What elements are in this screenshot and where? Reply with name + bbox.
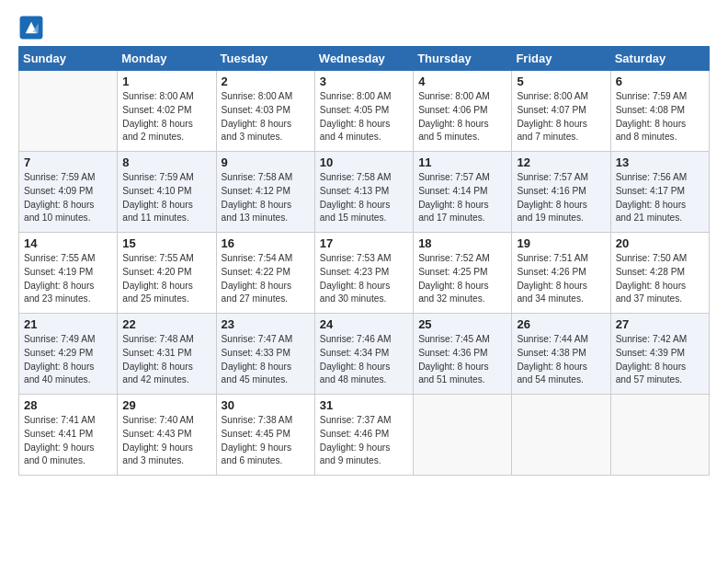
week-row-4: 21Sunrise: 7:49 AMSunset: 4:29 PMDayligh… bbox=[19, 314, 710, 395]
weekday-header-sunday: Sunday bbox=[19, 47, 118, 71]
day-number: 8 bbox=[122, 155, 210, 169]
day-number: 17 bbox=[320, 236, 408, 250]
weekday-header-monday: Monday bbox=[118, 47, 216, 71]
week-row-3: 14Sunrise: 7:55 AMSunset: 4:19 PMDayligh… bbox=[19, 233, 710, 314]
day-cell: 26Sunrise: 7:44 AMSunset: 4:38 PMDayligh… bbox=[512, 314, 610, 395]
day-number: 2 bbox=[222, 75, 310, 88]
day-number: 25 bbox=[418, 317, 506, 331]
day-number: 13 bbox=[616, 155, 704, 169]
day-cell bbox=[610, 395, 709, 476]
day-cell: 28Sunrise: 7:41 AMSunset: 4:41 PMDayligh… bbox=[19, 395, 118, 476]
day-number: 4 bbox=[418, 75, 506, 88]
day-info: Sunrise: 7:51 AMSunset: 4:26 PMDaylight:… bbox=[517, 252, 605, 306]
day-info: Sunrise: 7:38 AMSunset: 4:45 PMDaylight:… bbox=[222, 414, 310, 468]
day-number: 5 bbox=[517, 75, 605, 88]
calendar-table: SundayMondayTuesdayWednesdayThursdayFrid… bbox=[18, 46, 710, 476]
day-info: Sunrise: 7:59 AMSunset: 4:09 PMDaylight:… bbox=[24, 171, 112, 225]
day-number: 30 bbox=[222, 398, 310, 412]
weekday-header-thursday: Thursday bbox=[414, 47, 512, 71]
day-cell: 14Sunrise: 7:55 AMSunset: 4:19 PMDayligh… bbox=[19, 233, 118, 314]
day-number: 1 bbox=[122, 75, 210, 88]
day-info: Sunrise: 7:58 AMSunset: 4:12 PMDaylight:… bbox=[222, 171, 310, 225]
logo bbox=[18, 15, 46, 40]
day-cell: 18Sunrise: 7:52 AMSunset: 4:25 PMDayligh… bbox=[414, 233, 512, 314]
day-cell: 23Sunrise: 7:47 AMSunset: 4:33 PMDayligh… bbox=[216, 314, 314, 395]
day-cell: 22Sunrise: 7:48 AMSunset: 4:31 PMDayligh… bbox=[118, 314, 216, 395]
day-cell: 13Sunrise: 7:56 AMSunset: 4:17 PMDayligh… bbox=[610, 152, 709, 233]
day-cell: 24Sunrise: 7:46 AMSunset: 4:34 PMDayligh… bbox=[314, 314, 413, 395]
day-cell: 12Sunrise: 7:57 AMSunset: 4:16 PMDayligh… bbox=[512, 152, 610, 233]
day-cell: 29Sunrise: 7:40 AMSunset: 4:43 PMDayligh… bbox=[118, 395, 216, 476]
day-info: Sunrise: 7:54 AMSunset: 4:22 PMDaylight:… bbox=[222, 252, 310, 306]
day-info: Sunrise: 7:55 AMSunset: 4:20 PMDaylight:… bbox=[122, 252, 210, 306]
day-info: Sunrise: 7:48 AMSunset: 4:31 PMDaylight:… bbox=[122, 333, 210, 387]
weekday-header-row: SundayMondayTuesdayWednesdayThursdayFrid… bbox=[19, 47, 710, 71]
day-info: Sunrise: 7:50 AMSunset: 4:28 PMDaylight:… bbox=[616, 252, 704, 306]
day-info: Sunrise: 7:55 AMSunset: 4:19 PMDaylight:… bbox=[24, 252, 112, 306]
day-info: Sunrise: 8:00 AMSunset: 4:05 PMDaylight:… bbox=[320, 90, 408, 144]
day-number: 27 bbox=[616, 317, 704, 331]
day-cell: 7Sunrise: 7:59 AMSunset: 4:09 PMDaylight… bbox=[19, 152, 118, 233]
day-cell: 2Sunrise: 8:00 AMSunset: 4:03 PMDaylight… bbox=[216, 71, 314, 152]
day-cell: 5Sunrise: 8:00 AMSunset: 4:07 PMDaylight… bbox=[512, 71, 610, 152]
calendar-page: SundayMondayTuesdayWednesdayThursdayFrid… bbox=[0, 0, 728, 563]
day-info: Sunrise: 7:57 AMSunset: 4:16 PMDaylight:… bbox=[517, 171, 605, 225]
day-number: 9 bbox=[222, 155, 310, 169]
day-number: 23 bbox=[222, 317, 310, 331]
day-number: 18 bbox=[418, 236, 506, 250]
week-row-1: 1Sunrise: 8:00 AMSunset: 4:02 PMDaylight… bbox=[19, 71, 710, 152]
day-info: Sunrise: 7:45 AMSunset: 4:36 PMDaylight:… bbox=[418, 333, 506, 387]
day-number: 29 bbox=[122, 398, 210, 412]
day-info: Sunrise: 7:56 AMSunset: 4:17 PMDaylight:… bbox=[616, 171, 704, 225]
day-number: 14 bbox=[24, 236, 112, 250]
day-info: Sunrise: 8:00 AMSunset: 4:07 PMDaylight:… bbox=[517, 90, 605, 144]
day-number: 16 bbox=[222, 236, 310, 250]
day-info: Sunrise: 7:41 AMSunset: 4:41 PMDaylight:… bbox=[24, 414, 112, 468]
day-number: 10 bbox=[320, 155, 408, 169]
day-cell: 8Sunrise: 7:59 AMSunset: 4:10 PMDaylight… bbox=[118, 152, 216, 233]
day-number: 28 bbox=[24, 398, 112, 412]
day-cell: 10Sunrise: 7:58 AMSunset: 4:13 PMDayligh… bbox=[314, 152, 413, 233]
day-number: 12 bbox=[517, 155, 605, 169]
header bbox=[18, 15, 710, 40]
day-number: 24 bbox=[320, 317, 408, 331]
day-number: 15 bbox=[122, 236, 210, 250]
day-info: Sunrise: 7:53 AMSunset: 4:23 PMDaylight:… bbox=[320, 252, 408, 306]
day-cell: 27Sunrise: 7:42 AMSunset: 4:39 PMDayligh… bbox=[610, 314, 709, 395]
weekday-header-friday: Friday bbox=[512, 47, 610, 71]
weekday-header-wednesday: Wednesday bbox=[314, 47, 413, 71]
day-info: Sunrise: 7:46 AMSunset: 4:34 PMDaylight:… bbox=[320, 333, 408, 387]
day-cell: 21Sunrise: 7:49 AMSunset: 4:29 PMDayligh… bbox=[19, 314, 118, 395]
day-cell: 16Sunrise: 7:54 AMSunset: 4:22 PMDayligh… bbox=[216, 233, 314, 314]
logo-icon bbox=[18, 15, 44, 40]
day-number: 7 bbox=[24, 155, 112, 169]
week-row-5: 28Sunrise: 7:41 AMSunset: 4:41 PMDayligh… bbox=[19, 395, 710, 476]
day-info: Sunrise: 7:49 AMSunset: 4:29 PMDaylight:… bbox=[24, 333, 112, 387]
weekday-header-tuesday: Tuesday bbox=[216, 47, 314, 71]
day-number: 6 bbox=[616, 75, 704, 88]
weekday-header-saturday: Saturday bbox=[610, 47, 709, 71]
day-cell: 6Sunrise: 7:59 AMSunset: 4:08 PMDaylight… bbox=[610, 71, 709, 152]
day-cell: 4Sunrise: 8:00 AMSunset: 4:06 PMDaylight… bbox=[414, 71, 512, 152]
day-cell: 1Sunrise: 8:00 AMSunset: 4:02 PMDaylight… bbox=[118, 71, 216, 152]
day-info: Sunrise: 8:00 AMSunset: 4:02 PMDaylight:… bbox=[122, 90, 210, 144]
day-info: Sunrise: 7:44 AMSunset: 4:38 PMDaylight:… bbox=[517, 333, 605, 387]
day-cell: 30Sunrise: 7:38 AMSunset: 4:45 PMDayligh… bbox=[216, 395, 314, 476]
day-cell bbox=[414, 395, 512, 476]
day-info: Sunrise: 7:58 AMSunset: 4:13 PMDaylight:… bbox=[320, 171, 408, 225]
day-number: 31 bbox=[320, 398, 408, 412]
day-info: Sunrise: 7:47 AMSunset: 4:33 PMDaylight:… bbox=[222, 333, 310, 387]
day-number: 11 bbox=[418, 155, 506, 169]
day-info: Sunrise: 7:52 AMSunset: 4:25 PMDaylight:… bbox=[418, 252, 506, 306]
day-number: 22 bbox=[122, 317, 210, 331]
day-cell: 20Sunrise: 7:50 AMSunset: 4:28 PMDayligh… bbox=[610, 233, 709, 314]
day-info: Sunrise: 7:59 AMSunset: 4:10 PMDaylight:… bbox=[122, 171, 210, 225]
day-number: 21 bbox=[24, 317, 112, 331]
day-cell: 17Sunrise: 7:53 AMSunset: 4:23 PMDayligh… bbox=[314, 233, 413, 314]
day-info: Sunrise: 8:00 AMSunset: 4:03 PMDaylight:… bbox=[222, 90, 310, 144]
day-cell: 9Sunrise: 7:58 AMSunset: 4:12 PMDaylight… bbox=[216, 152, 314, 233]
week-row-2: 7Sunrise: 7:59 AMSunset: 4:09 PMDaylight… bbox=[19, 152, 710, 233]
day-info: Sunrise: 7:57 AMSunset: 4:14 PMDaylight:… bbox=[418, 171, 506, 225]
day-info: Sunrise: 7:42 AMSunset: 4:39 PMDaylight:… bbox=[616, 333, 704, 387]
day-cell: 15Sunrise: 7:55 AMSunset: 4:20 PMDayligh… bbox=[118, 233, 216, 314]
